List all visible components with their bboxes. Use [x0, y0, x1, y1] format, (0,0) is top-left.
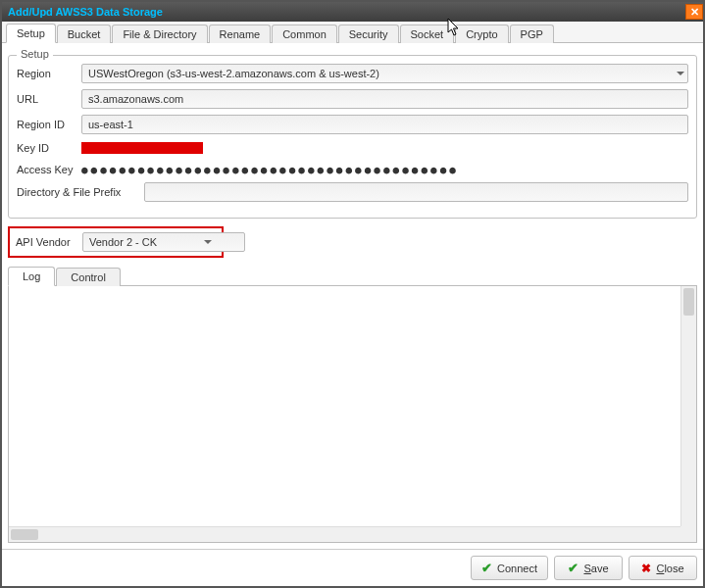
row-url: URL — [17, 89, 688, 109]
key-id-redacted — [81, 142, 203, 154]
close-button[interactable]: ✖ Close — [629, 556, 697, 580]
titlebar[interactable]: Add/Upd AWSS3 Data Storage ✕ — [2, 2, 703, 22]
key-id-label: Key ID — [17, 142, 81, 154]
region-label: Region — [17, 68, 81, 79]
tab-pgp[interactable]: PGP — [510, 24, 554, 43]
close-label: Close — [656, 563, 683, 574]
prefix-input[interactable] — [144, 182, 688, 202]
row-key-id: Key ID — [17, 140, 688, 156]
save-label: Save — [583, 563, 608, 574]
api-vendor-row-container: API Vendor — [8, 224, 697, 258]
tab-rename[interactable]: Rename — [209, 24, 272, 43]
access-key-label: Access Key — [17, 164, 81, 175]
lower-tabstrip: Log Control — [8, 266, 697, 286]
setup-fieldset: Setup Region URL Region ID Key ID — [8, 55, 697, 219]
prefix-label: Directory & File Prefix — [17, 186, 144, 198]
content-area: Setup Region URL Region ID Key ID — [2, 43, 703, 549]
region-select[interactable] — [81, 64, 688, 83]
window-close-button[interactable]: ✕ — [685, 4, 703, 20]
api-vendor-highlight: API Vendor — [8, 226, 224, 258]
tab-setup[interactable]: Setup — [6, 24, 56, 43]
dialog-window: Add/Upd AWSS3 Data Storage ✕ Setup Bucke… — [0, 0, 705, 588]
tab-log[interactable]: Log — [8, 267, 55, 286]
region-select-wrap — [81, 64, 688, 83]
tab-security[interactable]: Security — [338, 24, 399, 43]
footer-buttons: ✔ Connect ✔ Save ✖ Close — [2, 549, 703, 586]
api-vendor-label: API Vendor — [16, 236, 82, 248]
tab-bucket[interactable]: Bucket — [57, 24, 112, 43]
scrollbar-corner — [680, 526, 696, 542]
save-button[interactable]: ✔ Save — [554, 556, 623, 580]
connect-label: Connect — [497, 563, 537, 574]
check-icon: ✔ — [568, 561, 579, 575]
close-icon: ✖ — [641, 562, 651, 575]
tab-crypto[interactable]: Crypto — [455, 24, 508, 43]
vertical-scrollbar[interactable] — [680, 286, 696, 526]
row-access-key: Access Key ●●●●●●●●●●●●●●●●●●●●●●●●●●●●●… — [17, 162, 688, 176]
setup-legend: Setup — [17, 48, 53, 60]
check-icon: ✔ — [481, 561, 492, 575]
connect-button[interactable]: ✔ Connect — [471, 556, 548, 580]
row-prefix: Directory & File Prefix — [17, 182, 688, 202]
window-title: Add/Upd AWSS3 Data Storage — [8, 6, 163, 18]
tab-file-directory[interactable]: File & Directory — [112, 24, 207, 43]
api-vendor-select[interactable] — [82, 232, 245, 252]
row-region: Region — [17, 64, 688, 83]
tab-socket[interactable]: Socket — [400, 24, 455, 43]
key-id-value[interactable] — [81, 140, 688, 156]
row-region-id: Region ID — [17, 115, 688, 134]
url-label: URL — [17, 93, 81, 105]
url-input[interactable] — [81, 89, 688, 109]
main-tabstrip: Setup Bucket File & Directory Rename Com… — [2, 22, 703, 43]
region-id-label: Region ID — [17, 119, 81, 130]
horizontal-scrollbar[interactable] — [9, 526, 680, 542]
tab-control[interactable]: Control — [56, 268, 120, 286]
api-vendor-select-wrap — [82, 232, 216, 252]
log-pane[interactable] — [8, 286, 697, 543]
access-key-value[interactable]: ●●●●●●●●●●●●●●●●●●●●●●●●●●●●●●●●●●●●●●●● — [81, 162, 688, 176]
region-id-input[interactable] — [81, 115, 688, 134]
tab-common[interactable]: Common — [272, 24, 337, 43]
